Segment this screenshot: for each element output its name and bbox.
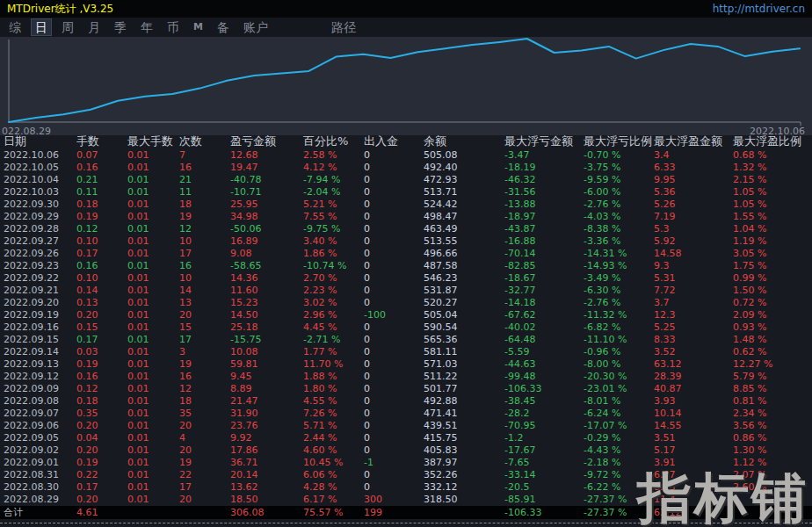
cell-pl: 9.45 [228, 371, 301, 383]
cell-balance: 492.40 [422, 162, 503, 174]
menu-item-m[interactable]: M [190, 19, 207, 35]
table-row[interactable]: 2022.09.220.100.011014.362.70 %0546.23-1… [0, 272, 812, 285]
cell-max-lots: 0.01 [126, 297, 178, 309]
cell-pl: 12.68 [228, 149, 301, 162]
table-row[interactable]: 2022.09.210.140.011411.602.23 %0531.87-3… [0, 285, 812, 297]
cell-balance: 505.08 [422, 149, 503, 162]
table-row[interactable]: 2022.09.120.160.01169.451.88 %0511.22-99… [0, 371, 812, 383]
cell-count: 19 [178, 457, 228, 469]
table-row[interactable]: 2022.09.090.120.01128.891.80 %0501.77-10… [0, 383, 812, 395]
cell-max-float-profit-pct: 2.34 % [731, 408, 812, 420]
table-row[interactable]: 2022.09.140.030.01310.081.77 %0581.11-5.… [0, 346, 812, 358]
table-row[interactable]: 2022.09.130.190.011959.8111.70 %0571.03-… [0, 358, 812, 371]
cell-pl: 11.60 [228, 285, 301, 297]
cell-inout: 0 [362, 272, 422, 285]
table-row[interactable]: 2022.09.080.180.011821.474.55 %0492.88-3… [0, 395, 812, 408]
cell-max-float-loss-pct: -14.31 % [582, 248, 652, 260]
cell-inout: 0 [362, 358, 422, 371]
cell-count: 7 [178, 149, 228, 162]
cell-count: 12 [178, 383, 228, 395]
cell-max-float-loss: -64.48 [503, 334, 582, 346]
cell-balance: 318.50 [422, 494, 503, 506]
cell-count: 16 [178, 162, 228, 174]
cell-max-float-loss-pct: -11.32 % [582, 309, 652, 321]
table-row[interactable]: 2022.09.300.180.011825.955.21 %0524.42-1… [0, 199, 812, 211]
cell-max-float-loss-pct: -17.07 % [582, 420, 652, 432]
cell-max-lots: 0.01 [126, 235, 178, 248]
table-row[interactable]: 2022.09.270.100.011016.893.40 %0513.55-1… [0, 235, 812, 248]
cell-max-float-loss: -85.91 [503, 494, 582, 506]
cell-max-lots: 0.01 [126, 494, 178, 506]
cell-max-float-loss: -82.85 [503, 260, 582, 272]
table-row[interactable]: 2022.09.070.350.013531.907.26 %0471.41-2… [0, 408, 812, 420]
table-row[interactable]: 2022.09.020.200.012017.864.60 %0405.83-1… [0, 444, 812, 457]
cell-lots: 0.13 [75, 297, 126, 309]
cell-max-float-profit-pct: 3.05 % [731, 248, 812, 260]
menu-item-ji[interactable]: 季 [111, 19, 130, 35]
table-row[interactable]: 2022.10.050.160.011619.474.12 %0492.40-1… [0, 162, 812, 174]
table-body: 2022.10.060.070.01712.682.58 %0505.08-3.… [0, 149, 812, 506]
cell-max-float-profit-pct: 2.15 % [731, 174, 812, 186]
menu-item-lujing[interactable]: 路径 [328, 19, 359, 35]
table-row[interactable]: 2022.09.160.150.011525.184.45 %0590.54-4… [0, 321, 812, 334]
menu-item-zhanghu[interactable]: 账户 [240, 19, 272, 35]
table-row[interactable]: 2022.09.200.130.011315.233.02 %0520.27-1… [0, 297, 812, 309]
table-row[interactable]: 2022.09.050.040.0149.922.44 %0415.75-1.2… [0, 432, 812, 444]
cell-max-float-loss: -18.19 [503, 162, 582, 174]
table-row[interactable]: 2022.10.030.110.0111-10.71-2.04 %0513.71… [0, 186, 812, 199]
cell-max-float-loss: -46.32 [503, 174, 582, 186]
cell-count: 35 [178, 408, 228, 420]
table-header-row: 日期手数最大手数次数盈亏金额百分比%出入金余额最大浮亏金额最大浮亏比例最大浮盈金… [0, 134, 812, 149]
cell-max-float-profit: 3.7 [652, 297, 731, 309]
cell-inout: 300 [362, 494, 422, 506]
menu-item-yue[interactable]: 月 [84, 19, 104, 35]
cell-max-lots: 0.01 [126, 174, 178, 186]
cell-max-float-loss-pct: -8.38 % [582, 223, 652, 235]
table-row[interactable]: 2022.10.060.070.01712.682.58 %0505.08-3.… [0, 149, 812, 162]
table-row[interactable]: 2022.09.060.200.012023.765.71 %0439.51-7… [0, 420, 812, 432]
table-row[interactable]: 2022.09.190.200.012014.502.96 %-100505.0… [0, 309, 812, 321]
cell-lots: 0.14 [75, 285, 126, 297]
cell-pct: 11.70 % [301, 358, 362, 371]
menu-item-nian[interactable]: 年 [137, 19, 156, 35]
cell-balance: 415.75 [422, 432, 503, 444]
cell-pl: 16.89 [228, 235, 301, 248]
cell-date: 2022.09.14 [0, 346, 75, 358]
equity-chart-panel: 022.08.29 2022.10.06 [0, 37, 812, 135]
cell-pl: 9.08 [228, 248, 301, 260]
cell-date: 2022.09.28 [0, 223, 75, 235]
menu-item-zong[interactable]: 综 [5, 19, 25, 35]
cell-pl: 25.95 [228, 199, 301, 211]
cell-inout: 0 [362, 162, 422, 174]
cell-lots: 4.61 [75, 506, 126, 519]
col-header-lots: 手数 [75, 134, 126, 149]
col-header-pl: 盈亏金额 [228, 134, 301, 149]
cell-max-float-profit: 5.26 [652, 199, 731, 211]
cell-max-float-loss: -1.2 [503, 432, 582, 444]
table-row[interactable]: 2022.09.150.170.0117-15.75-2.71 %0565.36… [0, 334, 812, 346]
table-row[interactable]: 2022.09.290.190.011934.987.55 %0498.47-1… [0, 211, 812, 223]
website-link[interactable]: http://mtdriver.cn [713, 3, 805, 15]
cell-balance: 332.12 [422, 481, 503, 494]
cell-max-lots: 0.01 [126, 199, 178, 211]
cell-max-float-profit: 9.3 [652, 260, 731, 272]
cell-max-float-profit-pct: 12.27 % [731, 358, 812, 371]
cell-balance: 513.55 [422, 235, 503, 248]
menu-item-ri[interactable]: 日 [32, 19, 51, 35]
equity-curve-line [9, 39, 800, 122]
cell-date: 2022.10.05 [0, 162, 75, 174]
cell-count: 13 [178, 297, 228, 309]
cell-inout: 0 [362, 469, 422, 481]
cell-max-lots: 0.01 [126, 420, 178, 432]
menu-item-bi[interactable]: 币 [163, 19, 183, 35]
menu-item-bei[interactable]: 备 [214, 19, 233, 35]
table-row[interactable]: 2022.09.230.160.0116-58.65-10.74 %0487.5… [0, 260, 812, 272]
cell-lots: 0.35 [75, 408, 126, 420]
table-row[interactable]: 2022.10.040.210.0121-40.78-7.94 %0472.93… [0, 174, 812, 186]
cell-date: 2022.09.15 [0, 334, 75, 346]
menu-item-zhou[interactable]: 周 [58, 19, 77, 35]
table-row[interactable]: 2022.09.260.170.01179.081.86 %0496.66-70… [0, 248, 812, 260]
cell-max-float-loss-pct: -3.75 % [582, 162, 652, 174]
cell-max-lots: 0.01 [126, 408, 178, 420]
table-row[interactable]: 2022.09.280.120.0112-50.06-9.75 %0463.49… [0, 223, 812, 235]
